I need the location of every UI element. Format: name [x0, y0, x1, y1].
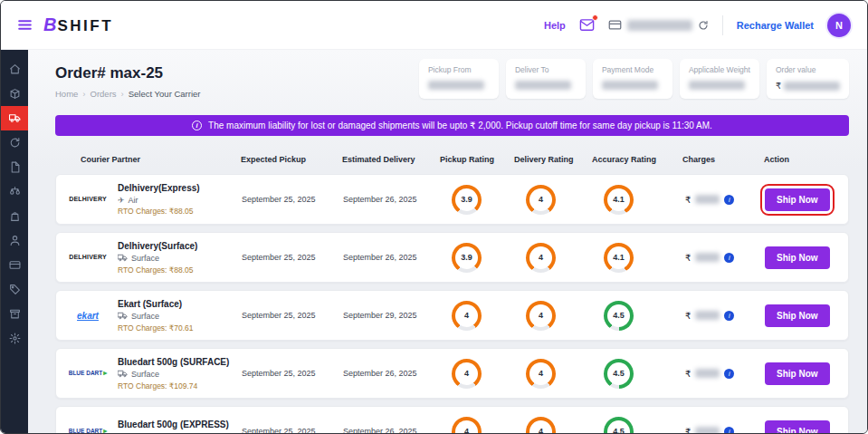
- courier-cell: DELHIVERY Delhivery(Express) ✈ Air RTO C…: [56, 183, 242, 216]
- estimated-delivery: September 29, 2025: [343, 311, 441, 320]
- courier-cell: DELHIVERY Delhivery(Surface) Surface RTO…: [56, 241, 242, 275]
- ship-now-button[interactable]: Ship Now: [765, 246, 830, 269]
- table-header: Courier PartnerExpected PickupEstimated …: [55, 147, 849, 174]
- expected-pickup: September 25, 2025: [242, 369, 343, 378]
- breadcrumb: Home›Orders›Select Your Carrier: [55, 89, 200, 99]
- avatar[interactable]: N: [827, 14, 851, 37]
- mode-label: Surface: [131, 312, 159, 321]
- rto-charges: RTO Charges: ₹70.61: [118, 323, 194, 333]
- courier-name: Delhivery(Express): [118, 183, 200, 193]
- delivery-rating-value: 4: [526, 185, 556, 215]
- ship-now-button[interactable]: Ship Now: [765, 188, 830, 211]
- delivery-rating-value: 4: [526, 359, 556, 389]
- charges-info-icon[interactable]: i: [724, 195, 734, 205]
- delivery-rating-gauge: 4: [526, 185, 556, 215]
- ship-now-button[interactable]: Ship Now: [765, 304, 830, 327]
- charges-info-icon[interactable]: i: [724, 311, 734, 321]
- courier-cell: ekart Ekart (Surface) Surface RTO Charge…: [56, 299, 242, 333]
- help-link[interactable]: Help: [544, 20, 566, 31]
- accuracy-rating-gauge: 4.5: [604, 301, 634, 331]
- tools-icon: [9, 308, 21, 320]
- info-card-pickup-from: Pickup From: [419, 59, 499, 99]
- accuracy-rating-gauge: 4.5: [604, 359, 634, 389]
- redacted-value: [428, 81, 484, 90]
- delivery-rating-value: 4: [526, 301, 556, 331]
- shipping-mode: ✈ Air: [118, 196, 200, 205]
- charges-info-icon[interactable]: i: [724, 369, 734, 379]
- sidebar-item-shipments[interactable]: [1, 106, 28, 130]
- estimated-delivery: September 26, 2025: [343, 369, 441, 378]
- topbar: B SHIFT Help Recharge Wallet N: [1, 1, 867, 50]
- topbar-divider: [722, 15, 723, 35]
- carrier-row: DELHIVERY Delhivery(Surface) Surface RTO…: [55, 232, 849, 283]
- breadcrumb-item[interactable]: Orders: [91, 89, 117, 99]
- col-header-action: Action: [753, 155, 849, 164]
- estimated-delivery: September 26, 2025: [343, 427, 441, 434]
- carrier-row: BLUE DART Bluedart 500g (EXPRESS) ✈ Air …: [55, 406, 849, 434]
- mail-icon[interactable]: [579, 17, 595, 33]
- carrier-table: DELHIVERY Delhivery(Express) ✈ Air RTO C…: [55, 174, 849, 434]
- sidebar-item-home[interactable]: [1, 57, 28, 82]
- sidebar-item-documents[interactable]: [1, 155, 28, 179]
- courier-logo: ekart: [67, 311, 109, 321]
- accuracy-rating-value: 4.5: [604, 417, 634, 434]
- courier-logo: DELHIVERY: [67, 254, 109, 261]
- redacted-value: [602, 81, 658, 90]
- currency-symbol: ₹: [776, 81, 781, 91]
- charges-info-icon[interactable]: i: [724, 427, 734, 434]
- currency-symbol: ₹: [685, 311, 691, 321]
- ship-now-button[interactable]: Ship Now: [765, 420, 830, 434]
- orders-icon: [9, 88, 21, 100]
- pickup-rating-value: 4: [452, 417, 482, 434]
- carrier-row: ekart Ekart (Surface) Surface RTO Charge…: [55, 290, 849, 341]
- charges-redacted: [695, 253, 720, 262]
- sidebar-item-orders[interactable]: [1, 82, 28, 106]
- ship-now-button[interactable]: Ship Now: [765, 362, 830, 385]
- billing-icon: [9, 259, 21, 271]
- ndr-icon: [9, 137, 21, 149]
- charges-info-icon[interactable]: i: [724, 253, 734, 263]
- refresh-icon[interactable]: [698, 20, 709, 31]
- rto-charges: RTO Charges: ₹88.05: [118, 207, 200, 216]
- info-card-deliver-to: Deliver To: [506, 59, 586, 99]
- charges-redacted: [695, 369, 720, 378]
- account-icon: [9, 235, 21, 246]
- wallet-card-icon: [608, 18, 622, 32]
- courier-logo: BLUE DART: [67, 370, 109, 378]
- info-card-label: Applicable Weight: [689, 65, 750, 74]
- col-header-pickup-rating: Pickup Rating: [440, 155, 514, 164]
- courier-cell: BLUE DART Bluedart 500g (SURFACE) Surfac…: [56, 357, 242, 391]
- breadcrumb-item[interactable]: Home: [55, 89, 78, 99]
- menu-icon[interactable]: [17, 17, 33, 33]
- info-icon: i: [192, 121, 202, 130]
- brand-name: SHIFT: [57, 17, 113, 35]
- mode-label: Air: [129, 196, 138, 205]
- topbar-actions: Help Recharge Wallet N: [544, 14, 851, 37]
- mode-icon: [118, 311, 128, 321]
- redacted-value: [784, 82, 840, 91]
- sidebar-item-billing[interactable]: [1, 253, 28, 277]
- col-header-charges: Charges: [675, 155, 753, 164]
- currency-symbol: ₹: [685, 253, 691, 263]
- sidebar-item-ndr[interactable]: [1, 130, 28, 155]
- sidebar-item-account[interactable]: [1, 228, 28, 253]
- action-cell: Ship Now: [754, 188, 848, 211]
- sidebar-item-offers[interactable]: [1, 277, 28, 302]
- shipments-icon: [9, 112, 21, 124]
- documents-icon: [9, 161, 21, 173]
- brand-logo[interactable]: B SHIFT: [43, 14, 113, 35]
- delivery-rating-gauge: 4: [526, 301, 556, 331]
- sidebar-item-weight[interactable]: [1, 179, 28, 204]
- info-card-applicable-weight: Applicable Weight: [680, 59, 759, 99]
- recharge-wallet-link[interactable]: Recharge Wallet: [737, 20, 814, 31]
- sidebar-item-cod[interactable]: [1, 204, 28, 228]
- sidebar-item-tools[interactable]: [1, 302, 28, 326]
- sidebar-item-settings[interactable]: [1, 326, 28, 351]
- accuracy-rating-value: 4.5: [604, 301, 634, 331]
- mode-icon: [118, 369, 128, 379]
- pickup-rating-gauge: 4: [452, 417, 482, 434]
- delivery-rating-value: 4: [526, 417, 556, 434]
- pickup-rating-gauge: 3.9: [452, 243, 482, 273]
- accuracy-rating-value: 4.1: [604, 185, 634, 215]
- carrier-row: BLUE DART Bluedart 500g (SURFACE) Surfac…: [55, 348, 849, 399]
